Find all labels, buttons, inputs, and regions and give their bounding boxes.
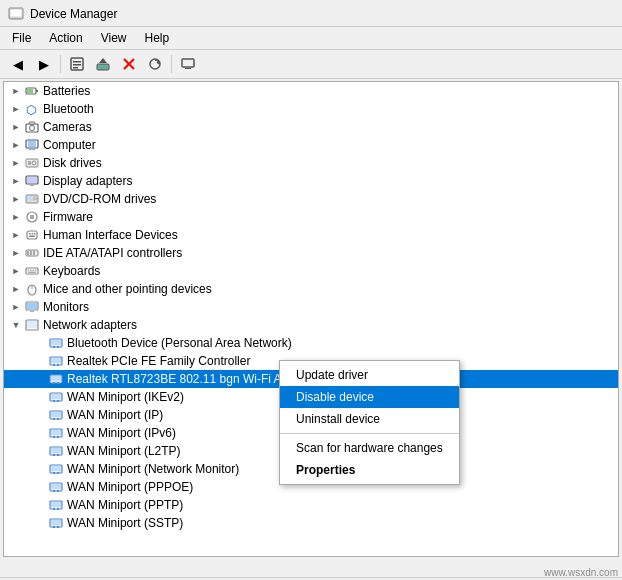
expand-arrow-network-adapters[interactable]: ▼ bbox=[8, 317, 24, 333]
expand-arrow-dvd-rom[interactable]: ► bbox=[8, 191, 24, 207]
device-label-cameras: Cameras bbox=[43, 120, 92, 134]
svg-rect-14 bbox=[185, 68, 191, 69]
toolbar-update-driver[interactable] bbox=[91, 53, 115, 75]
device-label-wan-ikev2: WAN Miniport (IKEv2) bbox=[67, 390, 184, 404]
expand-arrow-keyboards[interactable]: ► bbox=[8, 263, 24, 279]
tree-item-wan-pptp[interactable]: WAN Miniport (PPTP) bbox=[4, 496, 618, 514]
svg-rect-13 bbox=[182, 59, 194, 67]
expand-arrow-bluetooth[interactable]: ► bbox=[8, 101, 24, 117]
svg-rect-36 bbox=[27, 231, 37, 239]
svg-rect-86 bbox=[57, 454, 59, 456]
tree-item-cameras[interactable]: ►Cameras bbox=[4, 118, 618, 136]
svg-rect-73 bbox=[53, 400, 55, 402]
expand-arrow-cameras[interactable]: ► bbox=[8, 119, 24, 135]
expand-arrow-batteries[interactable]: ► bbox=[8, 83, 24, 99]
expand-arrow-wan-sstp[interactable] bbox=[32, 515, 48, 531]
expand-arrow-ide[interactable]: ► bbox=[8, 245, 24, 261]
svg-rect-39 bbox=[34, 233, 36, 235]
device-label-batteries: Batteries bbox=[43, 84, 90, 98]
svg-rect-32 bbox=[27, 197, 33, 200]
menu-action[interactable]: Action bbox=[41, 29, 90, 47]
context-menu-item-properties[interactable]: Properties bbox=[280, 459, 459, 481]
tree-item-bluetooth[interactable]: ►⬡Bluetooth bbox=[4, 100, 618, 118]
expand-arrow-disk-drives[interactable]: ► bbox=[8, 155, 24, 171]
device-label-wan-netmon: WAN Miniport (Network Monitor) bbox=[67, 462, 239, 476]
device-icon-bluetooth: ⬡ bbox=[24, 101, 40, 117]
menu-help[interactable]: Help bbox=[137, 29, 178, 47]
menu-view[interactable]: View bbox=[93, 29, 135, 47]
device-icon-wan-pptp bbox=[48, 497, 64, 513]
tree-item-batteries[interactable]: ►Batteries bbox=[4, 82, 618, 100]
tree-item-display-adapters[interactable]: ►Display adapters bbox=[4, 172, 618, 190]
svg-rect-23 bbox=[28, 141, 36, 147]
expand-arrow-hid[interactable]: ► bbox=[8, 227, 24, 243]
device-label-realtek-pcie: Realtek PCIe FE Family Controller bbox=[67, 354, 250, 368]
svg-point-33 bbox=[34, 197, 37, 200]
context-menu-item-scan-hardware[interactable]: Scan for hardware changes bbox=[280, 437, 459, 459]
expand-arrow-wan-ikev2[interactable] bbox=[32, 389, 48, 405]
device-label-wan-pppoe: WAN Miniport (PPPOE) bbox=[67, 480, 193, 494]
svg-rect-93 bbox=[53, 490, 55, 492]
device-icon-display-adapters bbox=[24, 173, 40, 189]
device-icon-hid bbox=[24, 227, 40, 243]
expand-arrow-realtek-wifi[interactable] bbox=[32, 371, 48, 387]
expand-arrow-computer[interactable]: ► bbox=[8, 137, 24, 153]
svg-rect-54 bbox=[27, 303, 37, 309]
svg-point-20 bbox=[30, 126, 35, 131]
svg-rect-44 bbox=[33, 251, 35, 255]
tree-item-disk-drives[interactable]: ►Disk drives bbox=[4, 154, 618, 172]
expand-arrow-wan-pppoe[interactable] bbox=[32, 479, 48, 495]
svg-rect-94 bbox=[57, 490, 59, 492]
menu-file[interactable]: File bbox=[4, 29, 39, 47]
expand-arrow-realtek-pcie[interactable] bbox=[32, 353, 48, 369]
toolbar-computer[interactable] bbox=[176, 53, 200, 75]
tree-item-computer[interactable]: ►Computer bbox=[4, 136, 618, 154]
tree-item-hid[interactable]: ►Human Interface Devices bbox=[4, 226, 618, 244]
tree-item-network-adapters[interactable]: ▼Network adapters bbox=[4, 316, 618, 334]
svg-rect-70 bbox=[57, 382, 59, 384]
context-menu: Update driverDisable deviceUninstall dev… bbox=[279, 360, 460, 485]
expand-arrow-wan-netmon[interactable] bbox=[32, 461, 48, 477]
tree-item-bt-pan[interactable]: Bluetooth Device (Personal Area Network) bbox=[4, 334, 618, 352]
tree-item-keyboards[interactable]: ►Keyboards bbox=[4, 262, 618, 280]
svg-rect-5 bbox=[73, 64, 81, 66]
device-icon-wan-pppoe bbox=[48, 479, 64, 495]
toolbar-scan[interactable] bbox=[143, 53, 167, 75]
expand-arrow-mice[interactable]: ► bbox=[8, 281, 24, 297]
svg-rect-48 bbox=[33, 270, 35, 272]
device-icon-cameras bbox=[24, 119, 40, 135]
device-list[interactable]: ►Batteries►⬡Bluetooth►Cameras►Computer►D… bbox=[3, 81, 619, 557]
device-label-keyboards: Keyboards bbox=[43, 264, 100, 278]
expand-arrow-display-adapters[interactable]: ► bbox=[8, 173, 24, 189]
expand-arrow-firmware[interactable]: ► bbox=[8, 209, 24, 225]
tree-item-mice[interactable]: ►Mice and other pointing devices bbox=[4, 280, 618, 298]
tree-item-firmware[interactable]: ►Firmware bbox=[4, 208, 618, 226]
device-label-monitors: Monitors bbox=[43, 300, 89, 314]
expand-arrow-monitors[interactable]: ► bbox=[8, 299, 24, 315]
tree-item-monitors[interactable]: ►Monitors bbox=[4, 298, 618, 316]
device-label-bluetooth: Bluetooth bbox=[43, 102, 94, 116]
context-menu-item-disable-device[interactable]: Disable device bbox=[280, 386, 459, 408]
device-icon-wan-ip bbox=[48, 407, 64, 423]
toolbar-properties[interactable] bbox=[65, 53, 89, 75]
expand-arrow-wan-l2tp[interactable] bbox=[32, 443, 48, 459]
context-menu-item-update-driver[interactable]: Update driver bbox=[280, 364, 459, 386]
device-icon-keyboards bbox=[24, 263, 40, 279]
tree-item-ide[interactable]: ►IDE ATA/ATAPI controllers bbox=[4, 244, 618, 262]
tree-item-wan-sstp[interactable]: WAN Miniport (SSTP) bbox=[4, 514, 618, 532]
expand-arrow-wan-ip[interactable] bbox=[32, 407, 48, 423]
svg-rect-82 bbox=[57, 436, 59, 438]
tree-item-dvd-rom[interactable]: ►DVD/CD-ROM drives bbox=[4, 190, 618, 208]
toolbar-uninstall[interactable] bbox=[117, 53, 141, 75]
context-menu-item-uninstall-device[interactable]: Uninstall device bbox=[280, 408, 459, 430]
expand-arrow-wan-ipv6[interactable] bbox=[32, 425, 48, 441]
expand-arrow-wan-pptp[interactable] bbox=[32, 497, 48, 513]
toolbar-forward[interactable]: ▶ bbox=[32, 53, 56, 75]
svg-rect-7 bbox=[97, 64, 109, 70]
device-icon-bt-pan bbox=[48, 335, 64, 351]
toolbar-back[interactable]: ◀ bbox=[6, 53, 30, 75]
svg-rect-57 bbox=[27, 321, 37, 328]
device-label-network-adapters: Network adapters bbox=[43, 318, 137, 332]
svg-rect-96 bbox=[51, 502, 61, 507]
expand-arrow-bt-pan[interactable] bbox=[32, 335, 48, 351]
